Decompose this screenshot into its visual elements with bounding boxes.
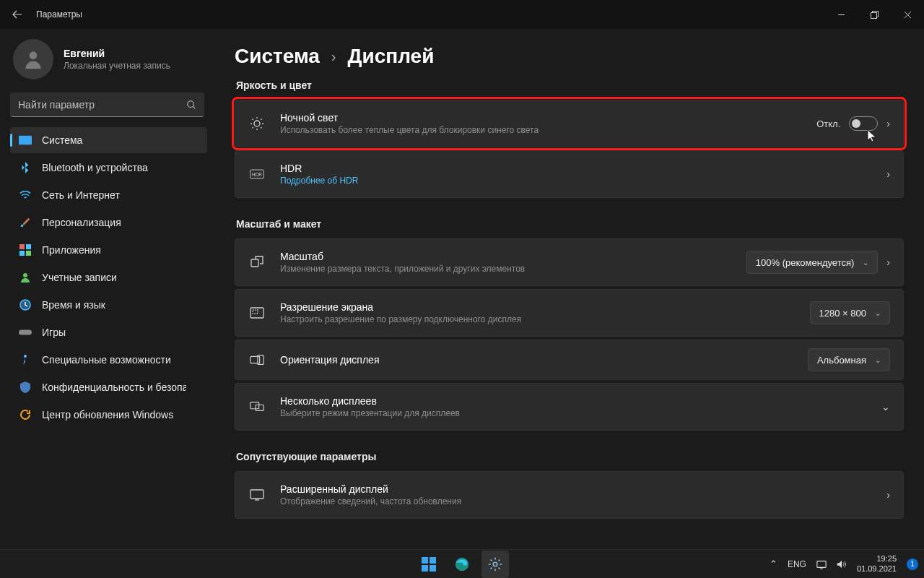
- chevron-right-icon: ›: [886, 168, 890, 180]
- sidebar-item-time[interactable]: Время и язык: [10, 292, 207, 318]
- sidebar-item-label: Bluetooth и устройства: [42, 162, 148, 173]
- back-button[interactable]: [12, 9, 23, 20]
- sidebar-item-gaming[interactable]: Игры: [10, 319, 207, 345]
- settings-taskbar-button[interactable]: [481, 551, 509, 578]
- scale-card[interactable]: Масштаб Изменение размера текста, прилож…: [235, 238, 904, 286]
- sidebar-item-bluetooth[interactable]: Bluetooth и устройства: [10, 155, 207, 181]
- clock-icon: [19, 298, 32, 311]
- sidebar-item-personalization[interactable]: Персонализация: [10, 210, 207, 236]
- language-indicator[interactable]: ENG: [788, 559, 806, 569]
- sidebar-item-update[interactable]: Центр обновления Windows: [10, 402, 207, 428]
- orientation-select[interactable]: Альбомная⌄: [808, 348, 890, 371]
- chevron-right-icon: ›: [331, 48, 336, 65]
- resolution-select[interactable]: 924 × 578⌄: [810, 301, 890, 324]
- multi-display-subtitle: Выберите режим презентации для дисплеев: [280, 408, 867, 418]
- sidebar-item-label: Приложения: [42, 244, 101, 256]
- sidebar-item-privacy[interactable]: Конфиденциальность и безопасность: [10, 374, 207, 400]
- close-button[interactable]: [891, 0, 924, 29]
- hdr-card[interactable]: HDR HDR Подробнее об HDR ›: [235, 150, 904, 198]
- hdr-title: HDR: [280, 163, 872, 174]
- svg-rect-20: [253, 310, 258, 314]
- chevron-right-icon: ›: [886, 256, 890, 268]
- breadcrumb: Система › Дисплей: [235, 45, 904, 68]
- monitor-icon: [248, 488, 266, 502]
- avatar: [13, 39, 53, 79]
- night-light-subtitle: Использовать более теплые цвета для блок…: [280, 125, 802, 135]
- scale-select[interactable]: 100% (рекомендуется)⌄: [746, 251, 878, 274]
- multi-display-card[interactable]: Несколько дисплеев Выберите режим презен…: [235, 383, 904, 431]
- sidebar-item-label: Сеть и Интернет: [42, 189, 120, 201]
- sidebar-item-label: Система: [42, 134, 82, 146]
- svg-rect-21: [250, 356, 260, 363]
- svg-text:HDR: HDR: [252, 172, 262, 177]
- svg-rect-19: [250, 308, 263, 318]
- chevron-down-icon: ⌄: [875, 309, 881, 317]
- page-title: Дисплей: [348, 45, 435, 68]
- hdr-link[interactable]: Подробнее об HDR: [280, 176, 872, 186]
- sidebar-item-network[interactable]: Сеть и Интернет: [10, 182, 207, 208]
- network-icon[interactable]: [816, 559, 827, 569]
- sidebar-item-label: Специальные возможности: [42, 354, 171, 366]
- advanced-display-subtitle: Отображение сведений, частота обновления: [280, 496, 872, 506]
- svg-rect-28: [817, 561, 826, 567]
- sidebar-item-label: Центр обновления Windows: [42, 409, 173, 420]
- resolution-title: Разрешение экрана: [280, 301, 796, 313]
- svg-rect-4: [19, 136, 32, 145]
- system-tray: ⌃ ENG 19:25 01.09.2021 1: [770, 554, 918, 573]
- section-brightness: Яркость и цвет: [236, 79, 904, 91]
- svg-rect-6: [19, 244, 25, 249]
- multi-display-icon: [248, 400, 266, 414]
- brightness-icon: [248, 116, 266, 131]
- night-light-toggle[interactable]: [849, 116, 878, 131]
- minimize-button[interactable]: [824, 0, 858, 29]
- sidebar-item-accessibility[interactable]: Специальные возможности: [10, 347, 207, 373]
- sidebar-nav: Система Bluetooth и устройства Сеть и Ин…: [10, 127, 207, 428]
- start-button[interactable]: [415, 551, 443, 578]
- edge-button[interactable]: [448, 551, 476, 578]
- notification-badge[interactable]: 1: [907, 558, 918, 570]
- svg-rect-8: [19, 251, 25, 256]
- update-icon: [19, 408, 32, 421]
- accounts-icon: [19, 271, 32, 284]
- user-account[interactable]: Евгений Локальная учетная запись: [13, 39, 207, 79]
- volume-icon[interactable]: [837, 559, 847, 569]
- maximize-button[interactable]: [858, 0, 891, 29]
- main-content: Система › Дисплей Яркость и цвет Ночной …: [213, 29, 924, 549]
- sidebar-item-label: Игры: [42, 327, 66, 338]
- taskbar: ⌃ ENG 19:25 01.09.2021 1: [0, 549, 924, 578]
- search-input[interactable]: Найти параметр: [10, 92, 204, 117]
- svg-rect-9: [26, 251, 31, 256]
- svg-point-14: [24, 355, 27, 358]
- apps-icon: [19, 243, 32, 256]
- svg-rect-18: [251, 259, 258, 267]
- hdr-icon: HDR: [248, 167, 266, 181]
- scale-subtitle: Изменение размера текста, приложений и д…: [280, 264, 732, 274]
- system-icon: [19, 134, 32, 147]
- breadcrumb-parent[interactable]: Система: [235, 45, 320, 68]
- titlebar: Параметры: [0, 0, 924, 29]
- sidebar-item-apps[interactable]: Приложения: [10, 237, 207, 263]
- svg-rect-7: [26, 244, 31, 249]
- search-placeholder: Найти параметр: [18, 99, 95, 111]
- cursor-icon: [867, 129, 877, 142]
- chevron-right-icon: ›: [886, 489, 890, 501]
- sidebar-item-accounts[interactable]: Учетные записи: [10, 264, 207, 290]
- user-type: Локальная учетная запись: [64, 61, 170, 71]
- orientation-card[interactable]: Ориентация дисплея Альбомная⌄: [235, 340, 904, 380]
- orientation-icon: [248, 353, 266, 367]
- advanced-display-card[interactable]: Расширенный дисплей Отображение сведений…: [235, 471, 904, 519]
- chevron-down-icon: ⌄: [863, 259, 868, 267]
- sidebar-item-label: Учетные записи: [42, 272, 117, 283]
- night-light-card[interactable]: Ночной свет Использовать более теплые цв…: [235, 100, 904, 147]
- sidebar-item-system[interactable]: Система: [10, 127, 207, 153]
- advanced-display-title: Расширенный дисплей: [280, 483, 872, 495]
- svg-point-5: [21, 225, 24, 228]
- chevron-down-icon: ⌄: [881, 401, 890, 413]
- sidebar-item-label: Персонализация: [42, 217, 121, 228]
- resolution-card[interactable]: Разрешение экрана Настроить разрешение п…: [235, 289, 904, 337]
- shield-icon: [19, 381, 32, 394]
- svg-point-15: [254, 121, 260, 126]
- tray-chevron-icon[interactable]: ⌃: [770, 558, 777, 569]
- section-scale: Масштаб и макет: [236, 218, 904, 230]
- clock[interactable]: 19:25 01.09.2021: [857, 554, 897, 573]
